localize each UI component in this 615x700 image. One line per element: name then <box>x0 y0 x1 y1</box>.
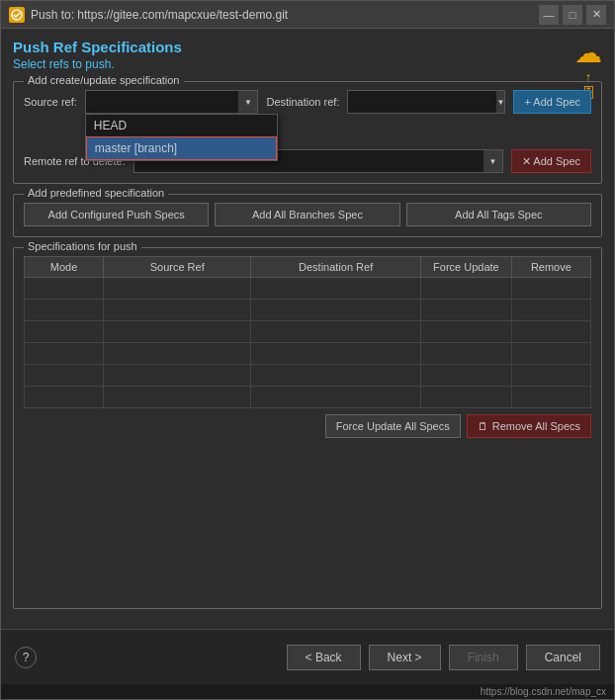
cell-destination <box>251 278 421 300</box>
col-header-force: Force Update <box>421 257 512 278</box>
finish-button[interactable]: Finish <box>449 645 518 670</box>
specs-group: Specifications for push Mode Source Ref … <box>13 247 602 609</box>
remote-ref-dropdown-btn[interactable]: ▼ <box>483 149 503 173</box>
cell-remove <box>511 321 590 343</box>
cell-mode <box>25 365 104 387</box>
add-spec-button[interactable]: + Add Spec <box>513 90 591 114</box>
content-area: ☁ ↑ 🗄 Push Ref Specifications Select ref… <box>1 29 614 629</box>
dest-ref-dropdown-btn[interactable]: ▼ <box>496 90 505 114</box>
delete-add-spec-button[interactable]: ✕ Add Spec <box>511 149 591 173</box>
table-header-row: Mode Source Ref Destination Ref Force Up… <box>25 257 591 278</box>
cell-remove <box>511 300 590 321</box>
footer-buttons: < Back Next > Finish Cancel <box>287 645 600 670</box>
cell-remove <box>511 278 590 300</box>
page-subtitle: Select refs to push. <box>13 57 602 71</box>
col-header-dest: Destination Ref <box>251 257 421 278</box>
dropdown-item-master[interactable]: master [branch] <box>86 136 277 160</box>
source-dest-row: Source ref: ▼ HEAD master [branch] Desti… <box>24 90 591 114</box>
table-row <box>25 321 591 343</box>
source-ref-dropdown-btn[interactable]: ▼ <box>238 90 258 114</box>
cell-mode <box>25 278 104 300</box>
cell-force-update <box>421 321 512 343</box>
col-header-source: Source Ref <box>104 257 251 278</box>
dest-ref-combo: ▼ <box>347 90 505 114</box>
cancel-button[interactable]: Cancel <box>526 645 600 670</box>
cell-mode <box>25 300 104 321</box>
specs-label: Specifications for push <box>24 240 141 252</box>
help-button[interactable]: ? <box>15 647 37 668</box>
source-ref-combo: ▼ HEAD master [branch] <box>85 90 259 114</box>
create-update-group: Add create/update specification Source r… <box>13 81 602 184</box>
maximize-button[interactable]: □ <box>563 5 582 25</box>
add-tags-btn[interactable]: Add All Tags Spec <box>406 203 591 226</box>
cell-remove <box>511 387 590 408</box>
next-button[interactable]: Next > <box>369 645 441 670</box>
table-row <box>25 387 591 408</box>
cell-force-update <box>421 278 512 300</box>
title-bar: Push to: https://gitee.com/mapcxue/test-… <box>1 1 614 29</box>
table-actions: Force Update All Specs 🗒 Remove All Spec… <box>24 414 591 438</box>
cell-destination <box>251 343 421 365</box>
cell-mode <box>25 387 104 408</box>
col-header-remove: Remove <box>511 257 590 278</box>
page-title: Push Ref Specifications <box>13 39 602 55</box>
cell-destination <box>251 300 421 321</box>
cell-force-update <box>421 343 512 365</box>
add-configured-btn[interactable]: Add Configured Push Specs <box>24 203 209 226</box>
cell-destination <box>251 365 421 387</box>
cell-mode <box>25 343 104 365</box>
predefined-label: Add predefined specification <box>24 187 168 199</box>
footer: ? < Back Next > Finish Cancel <box>1 629 614 684</box>
remove-icon: 🗒 <box>478 420 488 432</box>
col-header-mode: Mode <box>25 257 104 278</box>
window-title: Push to: https://gitee.com/mapcxue/test-… <box>31 8 539 22</box>
cell-destination <box>251 387 421 408</box>
cell-source <box>104 365 251 387</box>
source-ref-input[interactable] <box>85 90 239 114</box>
source-ref-dropdown: HEAD master [branch] <box>85 114 278 161</box>
cell-remove <box>511 365 590 387</box>
remove-all-label: Remove All Specs <box>492 420 580 432</box>
cloud-upload-icon: ☁ <box>574 37 602 69</box>
dest-ref-label: Destination ref: <box>266 96 339 108</box>
cell-force-update <box>421 387 512 408</box>
footer-left: ? <box>15 647 287 668</box>
cell-force-update <box>421 365 512 387</box>
create-update-label: Add create/update specification <box>24 74 184 86</box>
cell-remove <box>511 343 590 365</box>
specs-table: Mode Source Ref Destination Ref Force Up… <box>24 256 591 408</box>
cell-destination <box>251 321 421 343</box>
minimize-button[interactable]: — <box>539 5 559 25</box>
cell-source <box>104 300 251 321</box>
cell-mode <box>25 321 104 343</box>
table-row <box>25 278 591 300</box>
back-button[interactable]: < Back <box>287 645 361 670</box>
close-button[interactable]: ✕ <box>586 5 606 25</box>
app-icon <box>9 7 25 23</box>
remove-all-btn[interactable]: 🗒 Remove All Specs <box>467 414 591 438</box>
window-controls: — □ ✕ <box>539 5 606 25</box>
url-bar: https://blog.csdn.net/map_cx <box>1 684 614 699</box>
cell-source <box>104 343 251 365</box>
source-ref-label: Source ref: <box>24 96 77 108</box>
force-update-all-btn[interactable]: Force Update All Specs <box>325 414 461 438</box>
table-row <box>25 343 591 365</box>
add-branches-btn[interactable]: Add All Branches Spec <box>215 203 399 226</box>
predefined-group: Add predefined specification Add Configu… <box>13 194 602 237</box>
cell-force-update <box>421 300 512 321</box>
dropdown-item-head[interactable]: HEAD <box>86 115 277 136</box>
table-row <box>25 300 591 321</box>
dest-ref-input[interactable] <box>347 90 496 114</box>
cell-source <box>104 321 251 343</box>
table-row <box>25 365 591 387</box>
cell-source <box>104 278 251 300</box>
main-window: Push to: https://gitee.com/mapcxue/test-… <box>0 0 615 700</box>
predefined-buttons-row: Add Configured Push Specs Add All Branch… <box>24 203 591 226</box>
cell-source <box>104 387 251 408</box>
